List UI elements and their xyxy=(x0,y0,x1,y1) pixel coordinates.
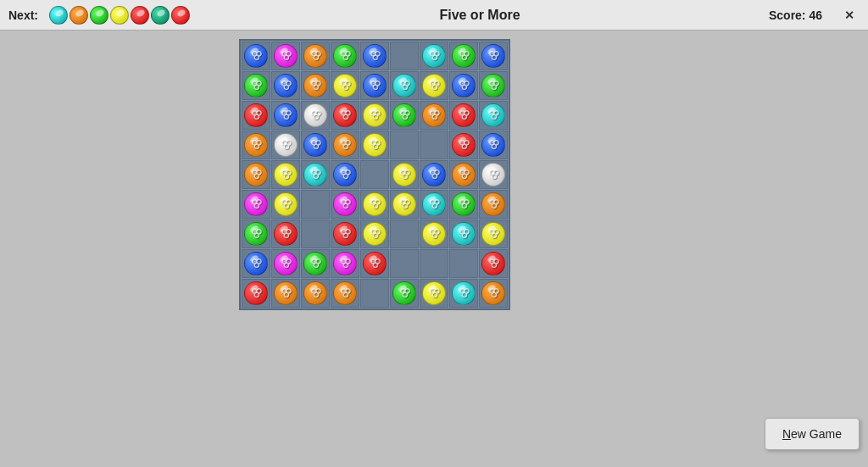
grid-cell[interactable]: ꕢ xyxy=(390,101,419,130)
grid-cell[interactable] xyxy=(390,220,419,248)
score-value: 46 xyxy=(809,8,822,22)
grid-cell[interactable]: ꕢ xyxy=(331,220,359,248)
grid-cell[interactable]: ꕢ xyxy=(420,101,448,130)
game-ball: ꕢ xyxy=(274,44,298,68)
grid-cell[interactable]: ꕢ xyxy=(449,190,478,219)
grid-cell[interactable]: ꕢ xyxy=(360,190,389,219)
grid-cell[interactable]: ꕢ xyxy=(390,279,419,308)
grid-cell[interactable] xyxy=(449,249,478,278)
grid-cell[interactable] xyxy=(301,190,330,219)
grid-cell[interactable]: ꕢ xyxy=(360,220,389,248)
grid-cell[interactable]: ꕢ xyxy=(331,101,359,130)
game-ball: ꕢ xyxy=(274,103,298,127)
grid-cell[interactable]: ꕢ xyxy=(242,101,270,130)
grid-cell[interactable]: ꕢ xyxy=(360,131,389,159)
grid-cell[interactable]: ꕢ xyxy=(242,71,270,100)
grid-cell[interactable]: ꕢ xyxy=(271,101,300,130)
grid-cell[interactable]: ꕢ xyxy=(420,71,448,100)
grid-cell[interactable]: ꕢ xyxy=(420,190,448,219)
grid-cell[interactable]: ꕢ xyxy=(242,220,270,248)
grid-cell[interactable]: ꕢ xyxy=(301,249,330,278)
game-ball: ꕢ xyxy=(392,103,416,127)
grid-cell[interactable]: ꕢ xyxy=(479,71,508,100)
grid-cell[interactable]: ꕢ xyxy=(331,249,359,278)
grid-cell[interactable]: ꕢ xyxy=(420,42,448,70)
grid-cell[interactable]: ꕢ xyxy=(420,160,448,189)
grid-cell[interactable] xyxy=(390,42,419,70)
grid-cell[interactable]: ꕢ xyxy=(449,42,478,70)
grid-cell[interactable]: ꕢ xyxy=(360,42,389,70)
grid-cell[interactable]: ꕢ xyxy=(479,249,508,278)
grid-cell[interactable]: ꕢ xyxy=(390,160,419,189)
next-ball xyxy=(70,6,88,25)
grid-cell[interactable]: ꕢ xyxy=(242,279,270,308)
grid-cell[interactable]: ꕢ xyxy=(420,220,448,248)
grid-cell[interactable]: ꕢ xyxy=(360,101,389,130)
grid-cell[interactable]: ꕢ xyxy=(479,131,508,159)
grid-cell[interactable] xyxy=(360,160,389,189)
grid-cell[interactable] xyxy=(301,220,330,248)
grid-cell[interactable]: ꕢ xyxy=(449,279,478,308)
grid-cell[interactable]: ꕢ xyxy=(271,279,300,308)
grid-cell[interactable]: ꕢ xyxy=(242,190,270,219)
game-ball: ꕢ xyxy=(363,252,387,275)
grid-cell[interactable]: ꕢ xyxy=(449,101,478,130)
header-bar: Next: Five or More Score: 46 ✕ xyxy=(0,0,868,31)
grid-cell[interactable] xyxy=(390,249,419,278)
grid-cell[interactable]: ꕢ xyxy=(271,42,300,70)
grid-cell[interactable]: ꕢ xyxy=(271,190,300,219)
grid-cell[interactable]: ꕢ xyxy=(360,249,389,278)
grid-cell[interactable] xyxy=(360,279,389,308)
grid-cell[interactable]: ꕢ xyxy=(360,71,389,100)
grid-cell[interactable]: ꕢ xyxy=(479,190,508,219)
grid-cell[interactable]: ꕢ xyxy=(331,190,359,219)
grid-cell[interactable]: ꕢ xyxy=(479,160,508,189)
grid-cell[interactable]: ꕢ xyxy=(242,42,270,70)
grid-cell[interactable]: ꕢ xyxy=(271,249,300,278)
grid-cell[interactable]: ꕢ xyxy=(271,160,300,189)
grid-cell[interactable]: ꕢ xyxy=(449,220,478,248)
sidebar: New Game xyxy=(749,39,860,459)
grid-cell[interactable] xyxy=(420,131,448,159)
grid-cell[interactable]: ꕢ xyxy=(331,131,359,159)
grid-cell[interactable] xyxy=(420,249,448,278)
grid-cell[interactable]: ꕢ xyxy=(301,42,330,70)
grid-cell[interactable]: ꕢ xyxy=(479,279,508,308)
grid-cell[interactable]: ꕢ xyxy=(449,131,478,159)
new-game-button[interactable]: New Game xyxy=(765,418,860,450)
grid-cell[interactable]: ꕢ xyxy=(331,160,359,189)
next-ball xyxy=(90,6,108,25)
grid-cell[interactable]: ꕢ xyxy=(271,131,300,159)
next-ball xyxy=(171,6,190,25)
grid-cell[interactable]: ꕢ xyxy=(242,160,270,189)
grid-cell[interactable]: ꕢ xyxy=(301,131,330,159)
grid-cell[interactable]: ꕢ xyxy=(479,101,508,130)
grid-cell[interactable]: ꕢ xyxy=(390,71,419,100)
grid-cell[interactable]: ꕢ xyxy=(242,131,270,159)
game-ball: ꕢ xyxy=(422,281,446,305)
grid-cell[interactable]: ꕢ xyxy=(449,160,478,189)
game-grid[interactable]: ꕢꕢꕢꕢꕢꕢꕢꕢꕢꕢꕢꕢꕢꕢꕢꕢꕢꕢꕢꕢꕢꕢꕢꕢꕢꕢꕢꕢꕢꕢꕢꕢꕢꕢꕢꕢꕢꕢꕢꕢ… xyxy=(239,39,510,310)
grid-cell[interactable]: ꕢ xyxy=(301,279,330,308)
game-ball: ꕢ xyxy=(333,133,357,157)
grid-cell[interactable]: ꕢ xyxy=(331,42,359,70)
grid-cell[interactable]: ꕢ xyxy=(420,279,448,308)
grid-cell[interactable]: ꕢ xyxy=(479,42,508,70)
close-button[interactable]: ✕ xyxy=(839,7,860,24)
game-ball: ꕢ xyxy=(481,44,505,68)
grid-cell[interactable] xyxy=(390,131,419,159)
game-ball: ꕢ xyxy=(392,163,416,186)
grid-cell[interactable]: ꕢ xyxy=(331,71,359,100)
grid-cell[interactable]: ꕢ xyxy=(479,220,508,248)
grid-cell[interactable]: ꕢ xyxy=(449,71,478,100)
grid-cell[interactable]: ꕢ xyxy=(271,71,300,100)
grid-cell[interactable]: ꕢ xyxy=(242,249,270,278)
grid-cell[interactable]: ꕢ xyxy=(301,71,330,100)
grid-cell[interactable]: ꕢ xyxy=(271,220,300,248)
grid-cell[interactable]: ꕢ xyxy=(301,160,330,189)
grid-cell[interactable]: ꕢ xyxy=(390,190,419,219)
grid-cell[interactable]: ꕢ xyxy=(331,279,359,308)
game-ball: ꕢ xyxy=(392,74,416,97)
game-ball: ꕢ xyxy=(392,281,416,305)
grid-cell[interactable]: ꕢ xyxy=(301,101,330,130)
